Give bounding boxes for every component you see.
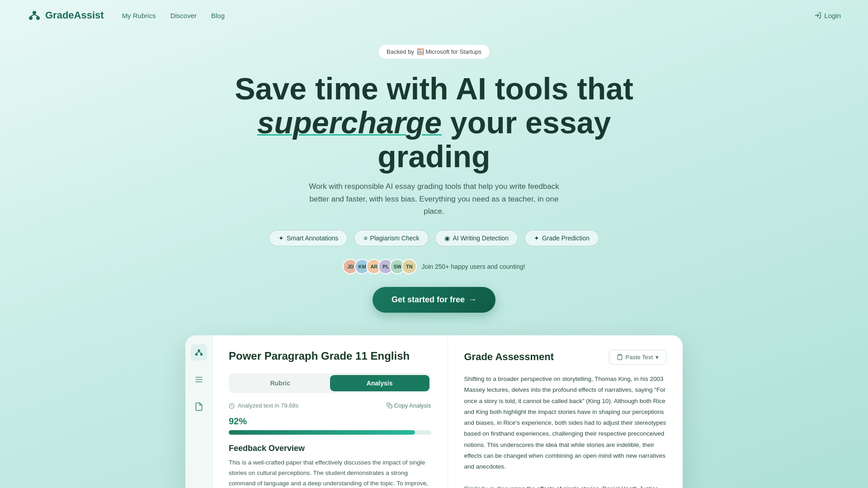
feedback-title: Feedback Overview (229, 444, 431, 453)
analyzed-time: Analyzed text in 79.68s (229, 402, 298, 409)
nav-blog[interactable]: Blog (211, 12, 225, 19)
svg-point-0 (33, 11, 36, 14)
demo-left-panel: Power Paragraph Grade 11 English Rubric … (212, 335, 448, 488)
feature-pills: ✦ Smart Annotations ≡ Plagiarism Check ◉… (269, 230, 599, 246)
avatar-stack: JD KM AR PL SW TN (343, 259, 417, 274)
pill-icon-0: ✦ (278, 235, 284, 242)
hero-title: Save time with AI tools that supercharge… (231, 72, 637, 173)
svg-line-4 (34, 14, 38, 16)
chevron-down-icon: ▾ (656, 354, 659, 361)
clock-icon (229, 403, 235, 409)
backed-company: 🪟 Microsoft for Startups (417, 48, 481, 55)
pill-ai-detection[interactable]: ◉ AI Writing Detection (435, 230, 518, 246)
logo-text: GradeAssist (45, 9, 104, 21)
svg-rect-14 (389, 405, 392, 408)
svg-rect-15 (618, 355, 621, 356)
hero-title-line1: Save time with AI tools that (235, 71, 633, 106)
tab-rubric[interactable]: Rubric (231, 375, 330, 391)
hero-supercharge: supercharge (257, 105, 442, 140)
logo-icon (27, 8, 42, 23)
svg-point-6 (195, 353, 198, 356)
pill-label-2: AI Writing Detection (453, 235, 508, 242)
hero-subtitle: Work with responsible AI essay grading t… (307, 180, 561, 217)
paste-text-button[interactable]: Paste Text ▾ (609, 350, 666, 365)
social-proof: JD KM AR PL SW TN Join 250+ happy users … (343, 259, 525, 274)
copy-icon (387, 403, 392, 408)
progress-header: 92% (229, 416, 431, 427)
feedback-text: This is a well-crafted paper that effect… (229, 458, 431, 488)
svg-point-5 (198, 349, 200, 352)
pill-smart-annotations[interactable]: ✦ Smart Annotations (269, 230, 348, 246)
svg-line-3 (31, 14, 34, 16)
pill-label-0: Smart Annotations (287, 235, 338, 242)
hero-section: Backed by 🪟 Microsoft for Startups Save … (0, 31, 868, 331)
progress-bar-fill (229, 430, 415, 435)
social-proof-text: Join 250+ happy users and counting! (421, 263, 525, 270)
paste-icon (617, 354, 623, 360)
navbar-left: GradeAssist My Rubrics Discover Blog (27, 8, 225, 23)
essay-part1: Shifting to a broader perspective on sto… (464, 375, 666, 470)
cta-label: Get started for free (392, 295, 465, 305)
svg-line-9 (199, 352, 202, 353)
sidebar-file-icon[interactable] (191, 399, 207, 415)
svg-point-1 (29, 16, 33, 20)
navbar: GradeAssist My Rubrics Discover Blog Log… (0, 0, 868, 31)
nav-my-rubrics[interactable]: My Rubrics (122, 12, 156, 19)
panel-title: Power Paragraph Grade 11 English (229, 350, 431, 362)
get-started-button[interactable]: Get started for free → (373, 287, 495, 313)
essay-text: Shifting to a broader perspective on sto… (464, 374, 667, 488)
tab-analysis[interactable]: Analysis (330, 375, 429, 391)
sidebar-list-icon[interactable] (191, 371, 207, 388)
logo[interactable]: GradeAssist (27, 8, 104, 23)
backed-prefix: Backed by (387, 48, 414, 55)
feedback-section: Feedback Overview This is a well-crafted… (229, 444, 431, 488)
svg-line-8 (196, 352, 199, 353)
pill-icon-2: ◉ (444, 235, 450, 242)
pill-grade-prediction[interactable]: ✦ Grade Prediction (524, 230, 599, 246)
login-icon (814, 12, 821, 19)
nav-links: My Rubrics Discover Blog (122, 12, 225, 19)
demo-sidebar (185, 335, 212, 488)
right-header: Grade Assessment Paste Text ▾ (464, 350, 667, 365)
pill-icon-1: ≡ (363, 235, 367, 242)
tab-row: Rubric Analysis (229, 373, 431, 393)
progress-percentage: 92% (229, 416, 247, 427)
arrow-right-icon: → (468, 295, 476, 305)
backed-badge: Backed by 🪟 Microsoft for Startups (378, 44, 490, 59)
progress-bar-background (229, 430, 431, 435)
pill-label-1: Plagiarism Check (370, 235, 420, 242)
essay-part2: Similarly, in discussing the effects of … (464, 485, 658, 488)
pill-label-3: Grade Prediction (542, 235, 590, 242)
copy-analysis-btn[interactable]: Copy Analysis (387, 402, 431, 409)
nav-discover[interactable]: Discover (170, 12, 197, 19)
svg-point-2 (36, 16, 40, 20)
avatar-5: TN (401, 259, 417, 274)
sidebar-logo-icon[interactable] (191, 344, 207, 361)
login-label: Login (824, 12, 841, 19)
svg-point-7 (200, 353, 203, 356)
pill-icon-3: ✦ (534, 235, 539, 242)
pill-plagiarism[interactable]: ≡ Plagiarism Check (354, 230, 429, 246)
analyzed-row: Analyzed text in 79.68s Copy Analysis (229, 402, 431, 409)
progress-section: 92% (229, 416, 431, 435)
demo-section: Power Paragraph Grade 11 English Rubric … (185, 335, 683, 488)
login-button[interactable]: Login (814, 12, 841, 19)
right-title: Grade Assessment (464, 351, 554, 363)
demo-right-panel: Grade Assessment Paste Text ▾ Shifting t… (448, 335, 683, 488)
